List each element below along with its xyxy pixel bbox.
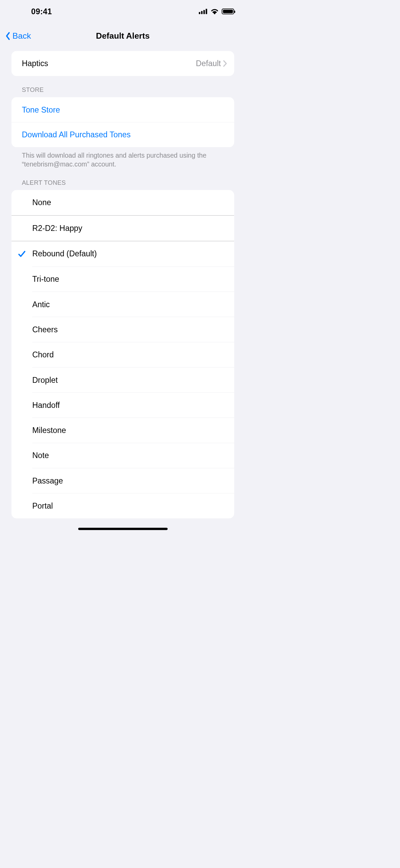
svg-rect-2 (203, 10, 205, 14)
alert-tones-header: Alert Tones (12, 169, 234, 190)
haptics-label: Haptics (22, 59, 196, 68)
tone-row[interactable]: Antic (12, 292, 234, 317)
tone-row[interactable]: Note (12, 443, 234, 468)
svg-rect-3 (206, 9, 207, 14)
tone-label: Handoff (32, 401, 60, 410)
tone-label: Rebound (Default) (32, 250, 97, 258)
page-title: Default Alerts (96, 31, 150, 41)
alert-tones-list: NoneR2-D2: HappyRebound (Default)Tri-ton… (12, 190, 234, 518)
tone-label: Milestone (32, 426, 66, 435)
tone-row[interactable]: Chord (12, 342, 234, 367)
tone-label: Cheers (32, 325, 58, 334)
tone-row[interactable]: Cheers (12, 317, 234, 342)
tone-label: Tri-tone (32, 275, 59, 283)
tone-label: Antic (32, 300, 50, 309)
nav-bar: Back Default Alerts (0, 23, 246, 48)
status-bar: 09:41 (0, 0, 246, 23)
haptics-row[interactable]: Haptics Default (12, 51, 234, 76)
tone-label: Chord (32, 350, 54, 359)
tone-row[interactable]: Milestone (12, 418, 234, 443)
svg-rect-1 (201, 11, 203, 14)
tone-store-row[interactable]: Tone Store (12, 97, 234, 122)
store-header: Store (12, 76, 234, 97)
svg-point-4 (214, 13, 215, 14)
store-group: Tone Store Download All Purchased Tones (12, 97, 234, 147)
chevron-left-icon (5, 31, 12, 40)
haptics-group: Haptics Default (12, 51, 234, 76)
tone-row[interactable]: Rebound (Default) (12, 241, 234, 267)
status-icons (199, 8, 234, 14)
tone-label: Note (32, 451, 49, 460)
svg-rect-0 (199, 12, 200, 14)
tone-row[interactable]: None (12, 190, 234, 215)
tone-store-label: Tone Store (22, 105, 227, 114)
tone-label: None (32, 198, 51, 207)
tone-row[interactable]: R2-D2: Happy (12, 215, 234, 241)
wifi-icon (210, 8, 219, 14)
tone-row[interactable]: Tri-tone (12, 267, 234, 292)
tone-row[interactable]: Handoff (12, 393, 234, 418)
tone-row[interactable]: Portal (12, 493, 234, 518)
cellular-icon (199, 9, 208, 14)
back-label: Back (13, 31, 31, 41)
checkmark-icon (12, 250, 32, 258)
home-indicator (78, 528, 168, 530)
tone-label: Passage (32, 476, 63, 485)
tone-row[interactable]: Droplet (12, 367, 234, 392)
download-tones-row[interactable]: Download All Purchased Tones (12, 122, 234, 147)
battery-icon (222, 8, 234, 14)
store-footer: This will download all ringtones and ale… (12, 147, 234, 169)
tone-label: R2-D2: Happy (32, 224, 82, 233)
tone-row[interactable]: Passage (12, 468, 234, 493)
status-time: 09:41 (15, 7, 52, 16)
tone-label: Droplet (32, 376, 58, 384)
chevron-right-icon (223, 60, 227, 67)
tone-label: Portal (32, 501, 53, 510)
haptics-value: Default (196, 59, 221, 68)
back-button[interactable]: Back (5, 31, 31, 41)
download-tones-label: Download All Purchased Tones (22, 130, 227, 139)
